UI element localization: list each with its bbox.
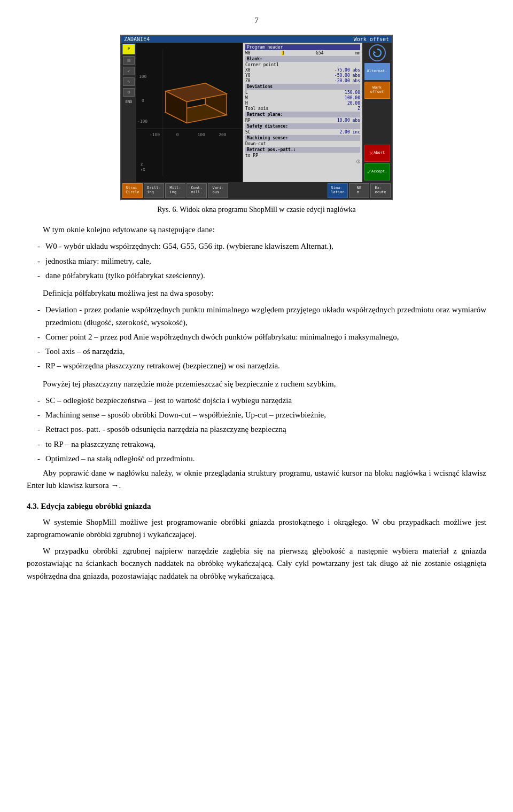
- machining-sense-section: Machining sense:: [245, 135, 360, 141]
- w0-value: 1: [282, 51, 284, 56]
- left-panel: P ▤ ↙ ∿ ⚙ ENO: [121, 43, 136, 182]
- intro-paragraph: W tym oknie kolejno edytowane są następu…: [27, 224, 486, 236]
- bottom-bar: StraiCircle Drill-ing Mill-ing Cont.mill…: [121, 182, 392, 199]
- milling-button[interactable]: Mill-ing: [165, 183, 185, 198]
- w0-label: W0: [245, 51, 251, 56]
- W-label: W: [245, 96, 248, 100]
- ui-body: P ▤ ↙ ∿ ⚙ ENO 100: [121, 43, 392, 182]
- przypadku-paragraph: W przypadku obróbki zgrubnej najpierw na…: [27, 545, 486, 582]
- 3d-viewport-svg: 100 0 -100 -100 0 100 200: [136, 43, 243, 182]
- z0-label: Z0: [245, 78, 251, 83]
- drilling-button[interactable]: Drill-ing: [144, 183, 164, 198]
- corner-point-label: Corner point1: [245, 62, 279, 67]
- svg-text:Z: Z: [141, 162, 143, 167]
- z0-value: -20.00 abs: [335, 78, 360, 83]
- body-powyzej: Powyżej tej płaszczyzny narzędzie może p…: [27, 378, 486, 492]
- powyzej-paragraph: Powyżej tej płaszczyzny narzędzie może p…: [27, 378, 486, 390]
- bullet-sc: SC – odległość bezpieczeństwa – jest to …: [37, 395, 486, 407]
- info-icon: ⓘ: [245, 159, 360, 164]
- bullet-dane: dane półfabrykatu (tylko półfabrykat sze…: [37, 270, 486, 282]
- H-row: H 20.00: [245, 101, 360, 106]
- icon-2: ↙: [123, 67, 135, 75]
- bullet-to-rp: to RP – na płaszczyznę retrakową,: [37, 438, 486, 451]
- circular-button[interactable]: [369, 44, 386, 61]
- retract-plane-section: Retract plane:: [245, 112, 360, 117]
- rp-row: RP 10.00 abs: [245, 118, 360, 123]
- to-rp-label: to RP: [245, 153, 258, 158]
- screenshot-container: ZADANIE4 Work offset P ▤ ↙ ∿ ⚙ ENO: [27, 35, 486, 200]
- svg-text:↑X: ↑X: [141, 168, 145, 172]
- strai-circle-button[interactable]: StraiCircle: [122, 183, 143, 198]
- aby-paragraph: Aby poprawić dane w nagłówku należy, w o…: [27, 467, 486, 492]
- shopmill-ui: ZADANIE4 Work offset P ▤ ↙ ∿ ⚙ ENO: [120, 35, 393, 200]
- tool-axis-row: Tool axis Z: [245, 106, 360, 111]
- eno-label: ENO: [126, 100, 133, 104]
- abort-button[interactable]: ✕ Abort: [364, 145, 390, 162]
- tool-axis-label: Tool axis: [245, 106, 268, 111]
- bullet-corner-point: Corner point 2 – przez pod Anie współrzę…: [37, 331, 486, 343]
- rp-label: RP: [245, 118, 251, 123]
- blank-section: Blank:: [245, 56, 360, 62]
- ui-viewport: 100 0 -100 -100 0 100 200: [136, 43, 243, 182]
- powyzej-bullets: SC – odległość bezpieczeństwa – jest to …: [37, 395, 486, 465]
- bullet-retract-pos: Retract pos.-patt. - sposób odsunięcia n…: [37, 423, 486, 436]
- deviations-section: Deviations: [245, 84, 360, 90]
- ne-button[interactable]: NE≡: [349, 183, 369, 198]
- down-cut-label: Down-cut: [245, 141, 266, 146]
- w0-row: W0 1 G54 mm: [245, 51, 360, 56]
- rp-value: 10.00 abs: [337, 118, 360, 123]
- H-label: H: [245, 101, 248, 106]
- alternat-button[interactable]: Alternat.: [364, 63, 390, 80]
- work-offset-button[interactable]: Workoffset: [364, 82, 390, 99]
- svg-text:100: 100: [197, 132, 205, 137]
- L-label: L: [245, 90, 248, 95]
- x0-label: X0: [245, 68, 251, 73]
- body-section: W systemie ShopMill możliwe jest program…: [27, 516, 486, 582]
- y0-value: -50.00 abs: [335, 73, 360, 78]
- simulation-button[interactable]: Simu-lation: [328, 183, 348, 198]
- down-cut-row: Down-cut: [245, 141, 360, 146]
- definition-paragraph: Definicja półfabrykatu możliwa jest na d…: [27, 287, 486, 299]
- bullet-rp: RP – współrzędna płaszczyzny retrakowej …: [37, 360, 486, 372]
- title-left: ZADANIE4: [124, 36, 150, 42]
- sc-value: 2.00 inc: [339, 130, 360, 135]
- definition-bullets: Deviation - przez podanie współrzędnych …: [37, 304, 486, 372]
- x0-row: X0 -75.00 abs: [245, 68, 360, 73]
- g54-label: G54: [316, 51, 323, 56]
- cont-mill-button[interactable]: Cont.mill.: [186, 183, 207, 198]
- figure-caption: Rys. 6. Widok okna programu ShopMill w c…: [27, 206, 486, 214]
- bullet-deviation: Deviation - przez podanie współrzędnych …: [37, 304, 486, 329]
- svg-text:-100: -100: [137, 119, 147, 124]
- to-rp-row: to RP: [245, 153, 360, 158]
- body-definition: Definicja półfabrykatu możliwa jest na d…: [27, 287, 486, 373]
- bullet-jednostka: jednostka miary: milimetry, cale,: [37, 255, 486, 267]
- svg-text:200: 200: [219, 132, 227, 137]
- system-paragraph: W systemie ShopMill możliwe jest program…: [27, 516, 486, 541]
- H-value: 20.00: [347, 101, 360, 106]
- ui-title-bar: ZADANIE4 Work offset: [121, 36, 392, 43]
- body-intro: W tym oknie kolejno edytowane są następu…: [27, 224, 486, 282]
- icon-3: ∿: [123, 77, 135, 86]
- retract-pos-section: Retract pos.-patt.:: [245, 147, 360, 153]
- sc-label: SC: [245, 130, 251, 135]
- svg-text:0: 0: [142, 98, 144, 103]
- bullet-machining: Machining sense – sposób obróbki Down-cu…: [37, 409, 486, 421]
- bullet-w0: W0 - wybór układu współrzędnych: G54, G5…: [37, 240, 486, 253]
- z0-row: Z0 -20.00 abs: [245, 78, 360, 83]
- right-panel: Alternat. Workoffset ✕ Abort ✓ Accept.: [362, 43, 392, 182]
- x0-value: -75.00 abs: [335, 68, 360, 73]
- y0-label: Y0: [245, 73, 251, 78]
- various-button[interactable]: Vari-ous: [208, 183, 228, 198]
- icon-4: ⚙: [123, 88, 135, 97]
- execute-button[interactable]: Ex-ecute: [370, 183, 391, 198]
- W-row: W 100.00: [245, 96, 360, 100]
- icon-1: ▤: [123, 56, 135, 65]
- tool-axis-value: Z: [357, 106, 360, 111]
- L-value: 150.00: [345, 90, 360, 95]
- p-button[interactable]: P: [122, 44, 135, 54]
- mm-label: mm: [355, 51, 360, 56]
- svg-text:100: 100: [139, 74, 147, 79]
- accept-button[interactable]: ✓ Accept.: [364, 163, 390, 180]
- page-number: 7: [27, 16, 486, 25]
- svg-text:0: 0: [176, 132, 179, 137]
